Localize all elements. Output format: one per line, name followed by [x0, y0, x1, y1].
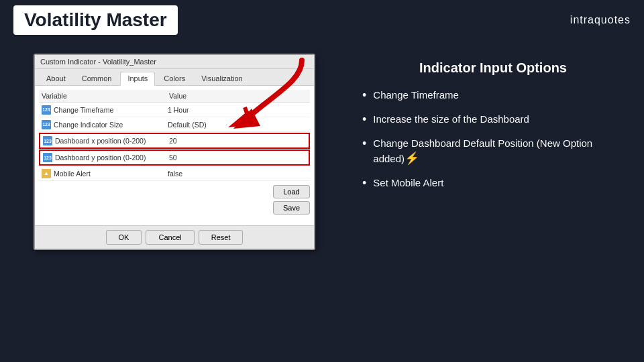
- row-label: Dashboard x position (0-200): [55, 137, 169, 145]
- dialog-footer: OK Cancel Reset: [35, 225, 314, 249]
- row-label: Mobile Alert: [54, 170, 168, 178]
- tab-inputs[interactable]: Inputs: [120, 72, 155, 86]
- row-value: false: [168, 170, 307, 178]
- lightning-icon: ⚡: [405, 152, 419, 165]
- list-item: • Set Mobile Alert: [362, 176, 624, 192]
- bullet-dot: •: [362, 87, 366, 104]
- main-content: Custom Indicator - Volatility_Master Abo…: [0, 40, 644, 355]
- row-icon-123: 123: [43, 153, 52, 162]
- row-label: Dashboard y position (0-200): [55, 154, 169, 162]
- save-button[interactable]: Save: [273, 201, 310, 215]
- row-icon-123: 123: [43, 136, 52, 145]
- row-icon-123: 123: [42, 120, 51, 129]
- list-item: • Change Dashboard Default Position (New…: [362, 136, 624, 167]
- row-icon-alert: ▲: [42, 169, 51, 178]
- list-item-text: Set Mobile Alert: [373, 176, 443, 190]
- bullet-dot: •: [362, 111, 366, 128]
- list-item: • Change Timeframe: [362, 88, 624, 104]
- arrow-container: [208, 54, 315, 141]
- row-label: Change Timeframe: [54, 106, 168, 114]
- reset-button[interactable]: Reset: [199, 230, 244, 245]
- row-label: Change Indicator Size: [54, 121, 168, 129]
- col-variable-header: Variable: [42, 92, 169, 100]
- bullet-dot: •: [362, 175, 366, 192]
- tab-common[interactable]: Common: [74, 72, 119, 85]
- right-panel: Indicator Input Options • Change Timefra…: [349, 47, 631, 349]
- list-item-text: Increase the size of the Dashboard: [373, 112, 529, 126]
- arrow-icon: [208, 54, 315, 141]
- ok-button[interactable]: OK: [106, 230, 142, 245]
- table-row-highlighted[interactable]: 123 Dashboard y position (0-200) 50: [39, 149, 310, 166]
- cancel-button[interactable]: Cancel: [146, 230, 194, 245]
- bullet-list: • Change Timeframe • Increase the size o…: [362, 88, 624, 192]
- right-panel-title: Indicator Input Options: [362, 60, 624, 76]
- title-box: Volatility Master: [13, 5, 178, 35]
- header: Volatility Master intraquotes: [0, 0, 644, 40]
- list-item-text: Change Timeframe: [373, 88, 459, 102]
- row-icon-123: 123: [42, 105, 51, 115]
- tab-colors[interactable]: Colors: [156, 72, 193, 85]
- table-row[interactable]: ▲ Mobile Alert false: [39, 166, 310, 181]
- bullet-dot: •: [362, 135, 366, 152]
- list-item: • Increase the size of the Dashboard: [362, 112, 624, 128]
- load-button[interactable]: Load: [273, 185, 310, 198]
- row-value: 50: [169, 154, 306, 162]
- list-item-text: Change Dashboard Default Position (New O…: [373, 136, 624, 167]
- app-title: Volatility Master: [24, 9, 167, 30]
- brand-label: intraquotes: [570, 14, 631, 26]
- left-panel: Custom Indicator - Volatility_Master Abo…: [13, 47, 335, 349]
- tab-about[interactable]: About: [39, 72, 73, 85]
